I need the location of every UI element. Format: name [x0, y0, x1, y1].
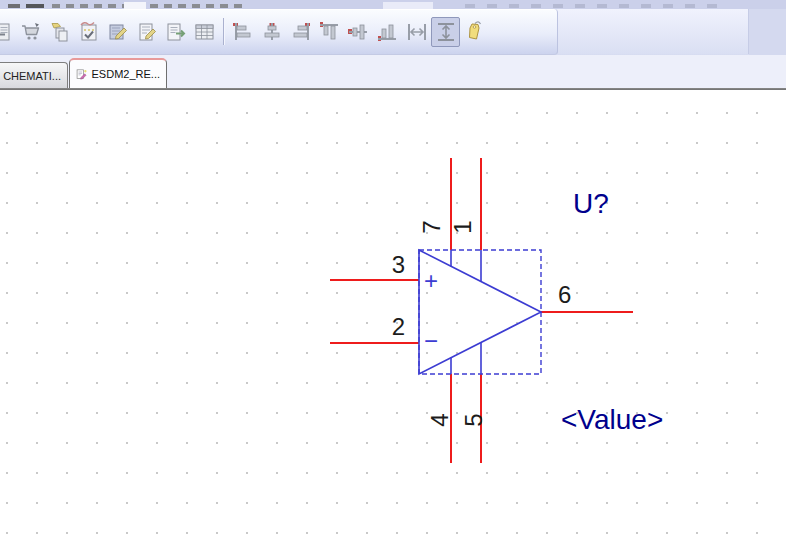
- align-right-icon: [289, 20, 313, 44]
- tab-label: CHEMATI...: [3, 70, 61, 82]
- align-left-button[interactable]: [228, 17, 257, 47]
- table-icon: [193, 20, 217, 44]
- space-horizontally-button[interactable]: [402, 17, 431, 47]
- label-tag-icon: [463, 20, 487, 44]
- label-tag-button[interactable]: [460, 17, 489, 47]
- align-middle-icon: [347, 20, 371, 44]
- export-part-button[interactable]: [161, 17, 190, 47]
- part-editor-window: { "toolbar": { "buttons": [ {"name": "im…: [0, 0, 786, 537]
- inverting-input-marker: −: [424, 327, 438, 354]
- space-vertically-button[interactable]: [431, 17, 460, 47]
- toolbar-separator: [223, 18, 224, 45]
- value-placeholder[interactable]: <Value>: [561, 404, 663, 435]
- notes-check-icon: [77, 20, 101, 44]
- align-right-button[interactable]: [286, 17, 315, 47]
- export-part-icon: [164, 20, 188, 44]
- property-table-button[interactable]: [190, 17, 219, 47]
- pin-number-1[interactable]: 1: [449, 220, 476, 233]
- clipped-toolbar-row: [0, 0, 786, 9]
- pin-number-2[interactable]: 2: [392, 313, 405, 340]
- align-top-icon: [318, 20, 342, 44]
- clipped-icon-marks: [465, 4, 717, 8]
- pin-number-5[interactable]: 5: [460, 413, 487, 426]
- validate-notes-button[interactable]: [74, 17, 103, 47]
- edit-part-icon: [106, 20, 130, 44]
- opamp-symbol-drawing: + − 3 2 7 1 4 5 6 U? <Value>: [0, 90, 786, 537]
- part-edit-icon: [76, 67, 88, 82]
- part-manager-cart-button[interactable]: [16, 17, 45, 47]
- space-vertically-icon: [434, 20, 458, 44]
- clipped-icon-mark: [8, 4, 20, 8]
- align-center-icon: [260, 20, 284, 44]
- edit-properties-icon: [135, 20, 159, 44]
- reference-designator[interactable]: U?: [573, 188, 609, 219]
- pin-number-6[interactable]: 6: [558, 281, 571, 308]
- align-center-button[interactable]: [257, 17, 286, 47]
- copy-with-label-button[interactable]: [45, 17, 74, 47]
- pin-number-3[interactable]: 3: [392, 251, 405, 278]
- clipped-icon-marks: [52, 4, 242, 8]
- noninverting-input-marker: +: [424, 267, 438, 294]
- schematic-canvas[interactable]: + − 3 2 7 1 4 5 6 U? <Value>: [0, 90, 786, 537]
- clipped-icon-mark: [26, 4, 44, 8]
- toolbar-empty-zone-right: [749, 9, 786, 55]
- copy-label-icon: [48, 20, 72, 44]
- import-parts-button[interactable]: [0, 17, 16, 47]
- align-middle-button[interactable]: [344, 17, 373, 47]
- tab-schematic[interactable]: CHEMATI...: [0, 62, 68, 88]
- clipped-button-patch: [383, 2, 433, 9]
- pin-number-4[interactable]: 4: [426, 413, 453, 426]
- align-bottom-button[interactable]: [373, 17, 402, 47]
- space-horizontally-icon: [405, 20, 429, 44]
- toolbar: [0, 9, 786, 55]
- clipped-button-patch: [124, 2, 146, 9]
- align-left-icon: [231, 20, 255, 44]
- pin-number-7[interactable]: 7: [418, 220, 445, 233]
- toolbar-chunk: [0, 9, 558, 55]
- align-bottom-icon: [376, 20, 400, 44]
- edit-properties-button[interactable]: [132, 17, 161, 47]
- align-top-button[interactable]: [315, 17, 344, 47]
- tab-bar: CHEMATI... ESDM2_RE...: [0, 55, 786, 88]
- toolbar-empty-zone: [558, 9, 749, 54]
- cart-icon: [19, 20, 43, 44]
- tab-esdm2-part[interactable]: ESDM2_RE...: [69, 58, 167, 88]
- import-parts-icon: [0, 20, 14, 44]
- edit-part-button[interactable]: [103, 17, 132, 47]
- tab-label: ESDM2_RE...: [92, 68, 160, 80]
